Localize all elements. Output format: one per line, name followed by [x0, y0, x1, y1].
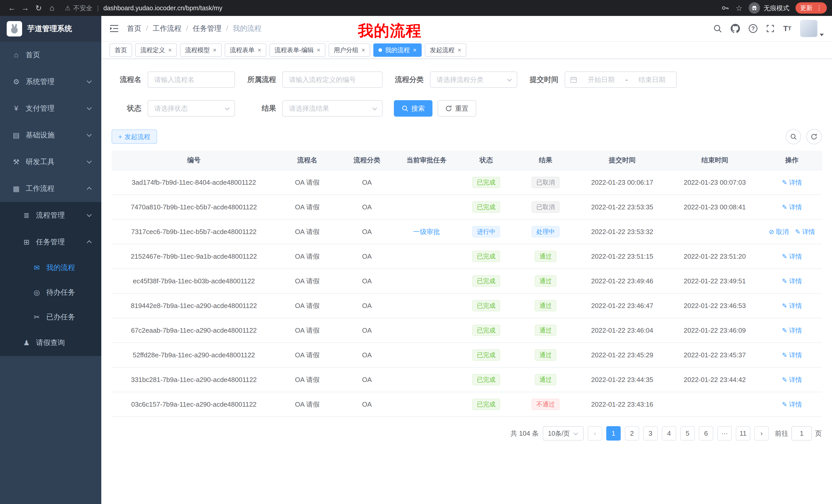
breadcrumb-home[interactable]: 首页: [127, 24, 141, 33]
page-button-1[interactable]: 1: [606, 426, 621, 441]
user-menu[interactable]: [800, 20, 824, 37]
owner-process-input[interactable]: [282, 72, 383, 88]
category-select[interactable]: 请选择流程分类: [430, 72, 517, 88]
filter-row-2: 状态 请选择状态 结果 请选择流结果: [111, 100, 822, 117]
close-icon[interactable]: ×: [213, 47, 216, 53]
start-process-button[interactable]: + 发起流程: [111, 130, 157, 144]
detail-link[interactable]: ✎ 详情: [782, 203, 802, 211]
submit-time-range-picker[interactable]: 开始日期 - 结束日期: [565, 72, 677, 88]
close-icon[interactable]: ×: [317, 47, 320, 53]
sidebar-item-task-management[interactable]: ⊞ 任务管理: [0, 229, 101, 255]
prev-page-button[interactable]: ‹: [588, 426, 602, 441]
breadcrumb-workflow[interactable]: 工作流程: [153, 24, 182, 33]
browser-forward-icon[interactable]: →: [19, 1, 32, 15]
status-tag: 已完成: [472, 251, 500, 262]
more-pages-button[interactable]: ···: [717, 426, 732, 441]
detail-link[interactable]: ✎ 详情: [782, 277, 802, 285]
github-icon[interactable]: [731, 24, 740, 33]
fullscreen-icon[interactable]: [766, 24, 774, 33]
sidebar-item-leave-query[interactable]: ♟ 请假查询: [0, 329, 101, 356]
help-icon[interactable]: [749, 24, 757, 33]
sidebar-item-my-process[interactable]: ✉ 我的流程: [0, 255, 101, 280]
cell-end-time: 2022-01-23 00:08:41: [668, 195, 761, 219]
sidebar-item-home[interactable]: ⌂ 首页: [0, 41, 101, 68]
sidebar-collapse-icon[interactable]: [109, 24, 119, 33]
tab-start-process[interactable]: 发起流程 ×: [425, 44, 466, 57]
detail-link[interactable]: ✎ 详情: [782, 352, 802, 359]
search-button[interactable]: 搜索: [394, 100, 433, 117]
sidebar-item-payment[interactable]: ¥ 支付管理: [0, 95, 101, 122]
logo-image: [7, 21, 22, 36]
detail-link[interactable]: ✎ 详情: [782, 401, 802, 408]
detail-link[interactable]: ✎ 详情: [782, 179, 802, 186]
page-button-2[interactable]: 2: [625, 426, 639, 441]
chevron-down-icon: [372, 106, 377, 110]
page-content: 流程名 所属流程 流程分类 请选择流程分类: [101, 59, 832, 504]
close-icon[interactable]: ×: [362, 47, 365, 53]
sidebar-item-system[interactable]: ⚙ 系统管理: [0, 68, 101, 95]
detail-link[interactable]: ✎ 详情: [782, 376, 802, 383]
chat-bubble-icon: ✉: [32, 263, 42, 272]
detail-link[interactable]: ✎ 详情: [782, 253, 802, 260]
font-size-icon[interactable]: [783, 24, 791, 33]
browser-back-icon[interactable]: ←: [5, 1, 19, 15]
sidebar-item-workflow[interactable]: ▦ 工作流程: [0, 175, 101, 202]
key-icon[interactable]: [721, 4, 729, 12]
tools-icon: ⚒: [11, 158, 21, 166]
page-button-11[interactable]: 11: [736, 426, 750, 441]
tab-home[interactable]: 首页: [109, 44, 132, 57]
sidebar-item-devtools[interactable]: ⚒ 研发工具: [0, 148, 101, 175]
status-select[interactable]: 请选择状态: [148, 100, 235, 117]
breadcrumb-task-management[interactable]: 任务管理: [193, 24, 222, 33]
update-button[interactable]: 更新 ⋮: [796, 2, 827, 13]
page-button-5[interactable]: 5: [680, 426, 695, 441]
result-select[interactable]: 请选择流结果: [282, 100, 383, 117]
tab-process-definition[interactable]: 流程定义 ×: [135, 44, 177, 57]
page-button-3[interactable]: 3: [643, 426, 658, 441]
cell-actions: ✎ 详情: [761, 367, 822, 392]
detail-link[interactable]: ✎ 详情: [782, 302, 802, 309]
close-icon[interactable]: ×: [458, 47, 461, 53]
page-button-6[interactable]: 6: [699, 426, 713, 441]
page-button-4[interactable]: 4: [662, 426, 676, 441]
toggle-search-button[interactable]: [786, 129, 801, 144]
sidebar-item-process-management[interactable]: ≣ 流程管理: [0, 202, 101, 229]
cell-id: 3ad174fb-7b9d-11ec-8404-acde48001122: [111, 170, 276, 195]
detail-link[interactable]: ✎ 详情: [782, 327, 802, 334]
bookmark-star-icon[interactable]: ☆: [735, 4, 743, 12]
cell-actions: ⊘ 取消✎ 详情: [761, 219, 822, 244]
next-page-button[interactable]: ›: [754, 426, 769, 441]
tab-my-process[interactable]: 我的流程 ×: [373, 44, 422, 57]
close-icon[interactable]: ×: [258, 47, 261, 53]
page-size-select[interactable]: 10条/页: [543, 426, 583, 441]
tab-user-group[interactable]: 用户分组 ×: [329, 44, 370, 57]
refresh-button[interactable]: [806, 129, 822, 144]
process-name-input[interactable]: [148, 72, 235, 88]
result-tag: 处理中: [532, 226, 560, 237]
task-link[interactable]: 一级审批: [413, 228, 440, 235]
tab-process-form[interactable]: 流程表单 ×: [225, 44, 266, 57]
sidebar-item-done-tasks[interactable]: ✂ 已办任务: [0, 305, 101, 329]
avatar[interactable]: [800, 20, 817, 37]
detail-link[interactable]: ✎ 详情: [795, 228, 815, 235]
tab-process-model[interactable]: 流程模型 ×: [180, 44, 222, 57]
browser-home-icon[interactable]: ⌂: [45, 1, 59, 15]
goto-page-input[interactable]: [791, 426, 812, 441]
cell-current-task: [395, 343, 458, 367]
close-icon[interactable]: ×: [413, 47, 417, 53]
close-icon[interactable]: ×: [168, 47, 172, 53]
address-bar[interactable]: ⚠ 不安全 | dashboard.yudao.iocoder.cn/bpm/t…: [65, 4, 721, 12]
reset-button[interactable]: 重置: [438, 100, 476, 117]
search-icon[interactable]: [713, 24, 722, 33]
table-row: 67c2eaab-7b9a-11ec-a290-acde48001122 OA …: [111, 318, 822, 343]
sidebar-item-todo-tasks[interactable]: ◎ 待办任务: [0, 280, 101, 305]
browser-reload-icon[interactable]: ↻: [32, 1, 45, 15]
cell-submit-time: 2022-01-22 23:45:29: [576, 343, 668, 367]
cancel-link[interactable]: ⊘ 取消: [769, 228, 789, 235]
security-indicator[interactable]: ⚠ 不安全: [65, 4, 92, 12]
chevron-down-icon: [87, 132, 92, 137]
sidebar-item-infrastructure[interactable]: ▤ 基础设施: [0, 122, 101, 148]
tab-process-form-edit[interactable]: 流程表单-编辑 ×: [269, 44, 326, 57]
browser-menu-icon[interactable]: ⋮: [816, 4, 822, 11]
table-row: 819442e8-7b9a-11ec-a290-acde48001122 OA …: [111, 293, 822, 318]
